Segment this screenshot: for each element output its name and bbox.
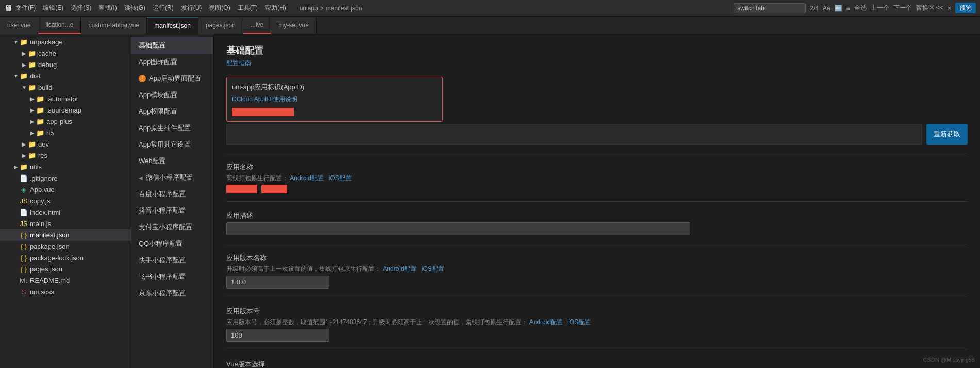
folder-icon: 📁 (36, 118, 44, 125)
sidebar-item-automator[interactable]: ▶ 📁 .automator (0, 93, 131, 104)
menu-publish[interactable]: 发行(U) (181, 4, 202, 12)
tab-manifest-json[interactable]: manifest.json (147, 17, 198, 34)
nav-app-icon[interactable]: App图标配置 (131, 54, 213, 70)
nav-app-modules[interactable]: App模块配置 (131, 87, 213, 103)
appid-row (232, 108, 437, 116)
sidebar-item-gitignore[interactable]: ▶ 📄 .gitignore (0, 172, 131, 184)
nav-app-permissions[interactable]: App权限配置 (131, 103, 213, 120)
app-desc-block: 应用描述 (226, 211, 968, 235)
search-input[interactable] (734, 3, 806, 13)
sidebar-item-unpackage[interactable]: ▼ 📁 unpackage (0, 36, 131, 47)
nav-kuaishou-miniprogram[interactable]: 快手小程序配置 (131, 252, 213, 268)
nav-douyin-miniprogram[interactable]: 抖音小程序配置 (131, 202, 213, 219)
tab-pages-json[interactable]: pages.json (198, 17, 243, 34)
version-android-link[interactable]: Android配置 (383, 265, 416, 273)
nav-label: App常用其它设置 (139, 140, 191, 149)
sidebar-item-package-json[interactable]: ▶ { } package.json (0, 241, 131, 252)
font-size-icon[interactable]: Aa (823, 5, 830, 12)
tab-my-set-vue[interactable]: my-set.vue (271, 17, 317, 34)
page-title: 基础配置 (226, 44, 968, 57)
sidebar-item-manifest-json[interactable]: ▶ { } manifest.json (0, 229, 131, 241)
menu-help[interactable]: 帮助(H) (265, 4, 286, 12)
sidebar-label: package-lock.json (30, 254, 84, 262)
version-ios-link[interactable]: iOS配置 (422, 265, 444, 273)
sidebar-item-main-js[interactable]: ▶ JS main.js (0, 218, 131, 229)
sidebar-label: utils (30, 163, 42, 171)
menu-file[interactable]: 文件(F) (15, 4, 36, 12)
select-all[interactable]: 全选 (854, 4, 867, 12)
settings-icon[interactable]: ≡ (846, 5, 850, 12)
nav-app-native-plugins[interactable]: App原生插件配置 (131, 120, 213, 136)
menu-bar: 文件(F) 编辑(E) 选择(S) 查找(I) 跳转(G) 运行(R) 发行(U… (15, 4, 286, 12)
nav-wechat-miniprogram[interactable]: ◀ 微信小程序配置 (131, 169, 213, 186)
preview-button[interactable]: 预览 (955, 3, 976, 13)
app-name-masked2 (261, 185, 287, 193)
nav-label: 京东小程序配置 (139, 289, 186, 298)
sidebar-item-utils[interactable]: ▶ 📁 utils (0, 161, 131, 172)
sidebar-item-sourcemap[interactable]: ▶ 📁 .sourcemap (0, 104, 131, 116)
menu-view[interactable]: 视图(O) (209, 4, 230, 12)
sidebar-item-dist[interactable]: ▼ 📁 dist (0, 70, 131, 82)
app-desc-input[interactable] (226, 222, 690, 235)
menu-goto[interactable]: 跳转(G) (124, 4, 145, 12)
nav-alipay-miniprogram[interactable]: 支付宝小程序配置 (131, 219, 213, 235)
sidebar-item-package-lock-json[interactable]: ▶ { } package-lock.json (0, 252, 131, 263)
sidebar-item-index-html[interactable]: ▶ 📄 index.html (0, 206, 131, 218)
json-icon: { } (20, 254, 28, 262)
next-button[interactable]: 下一个 (893, 4, 912, 12)
nav-baidu-miniprogram[interactable]: 百度小程序配置 (131, 186, 213, 202)
config-guide-link[interactable]: 配置指南 (226, 59, 251, 67)
tab-application[interactable]: lication...e (38, 17, 81, 34)
sidebar-item-build[interactable]: ▼ 📁 build (0, 82, 131, 93)
sidebar-item-readme-md[interactable]: ▶ M↓ README.md (0, 275, 131, 286)
format-icon[interactable]: 🔤 (835, 5, 842, 12)
app-version-name-input[interactable] (226, 276, 329, 289)
menu-find[interactable]: 查找(I) (98, 4, 117, 12)
tab-ive[interactable]: ...ive (243, 17, 271, 34)
android-config-link[interactable]: Android配置 (290, 174, 323, 182)
nav-app-other-settings[interactable]: App常用其它设置 (131, 136, 213, 153)
app-version-name-sub-text: 升级时必须高于上一次设置的值，集线打包原生行配置： (226, 265, 381, 273)
sidebar-item-cache[interactable]: ▶ 📁 cache (0, 47, 131, 59)
sidebar-item-app-vue[interactable]: ▶ ◈ App.vue (0, 184, 131, 195)
sidebar-item-pages-json[interactable]: ▶ { } pages.json (0, 263, 131, 275)
prev-button[interactable]: 上一个 (871, 4, 889, 12)
tab-bar: user.vue lication...e custom-tabbar.vue … (0, 17, 980, 34)
app-name-masked1 (226, 185, 257, 193)
sidebar-label: package.json (30, 243, 70, 250)
ios-config-link[interactable]: iOS配置 (329, 174, 352, 182)
app-version-number-input[interactable] (226, 329, 329, 342)
sidebar-item-uni-scss[interactable]: ▶ S uni.scss (0, 286, 131, 297)
sidebar-item-debug[interactable]: ▶ 📁 debug (0, 59, 131, 70)
nav-web-config[interactable]: Web配置 (131, 153, 213, 169)
folder-icon: 📁 (20, 38, 28, 46)
nav-basic-config[interactable]: 基础配置 (131, 37, 213, 54)
sidebar-item-h5[interactable]: ▶ 📁 h5 (0, 127, 131, 138)
menu-tools[interactable]: 工具(T) (238, 4, 258, 12)
divider5 (226, 350, 968, 350)
nav-feishu-miniprogram[interactable]: 飞书小程序配置 (131, 268, 213, 285)
refresh-appid-button[interactable]: 重新获取 (926, 124, 968, 145)
vnum-ios-link[interactable]: iOS配置 (568, 318, 591, 326)
expand-arrow: ▶ (29, 96, 36, 102)
tab-user-vue[interactable]: user.vue (0, 17, 38, 34)
sidebar-item-dev[interactable]: ▶ 📁 dev (0, 138, 131, 150)
sidebar-item-appplus[interactable]: ▶ 📁 app-plus (0, 116, 131, 127)
nav-jd-miniprogram[interactable]: 京东小程序配置 (131, 285, 213, 301)
tab-custom-tabbar[interactable]: custom-tabbar.vue (81, 17, 147, 34)
dcloud-appid-link[interactable]: DCloud AppID 使用说明 (232, 95, 297, 103)
folder-icon: 📁 (28, 152, 36, 159)
menu-edit[interactable]: 编辑(E) (43, 4, 63, 12)
sidebar-item-res[interactable]: ▶ 📁 res (0, 150, 131, 161)
nav-app-splash[interactable]: ! App启动界面配置 (131, 70, 213, 87)
replace-label[interactable]: 暂换区 << (916, 4, 943, 12)
sidebar-item-copy-js[interactable]: ▶ JS copy.js (0, 195, 131, 206)
vnum-android-link[interactable]: Android配置 (529, 318, 563, 326)
menu-select[interactable]: 选择(S) (71, 4, 91, 12)
menu-run[interactable]: 运行(R) (153, 4, 174, 12)
sidebar-label: pages.json (30, 265, 62, 273)
nav-qq-miniprogram[interactable]: QQ小程序配置 (131, 235, 213, 252)
settings-nav: 基础配置 App图标配置 ! App启动界面配置 App模块配置 App权限配置… (131, 34, 214, 368)
search-counter: 2/4 (810, 5, 819, 12)
close-icon[interactable]: × (948, 5, 951, 12)
